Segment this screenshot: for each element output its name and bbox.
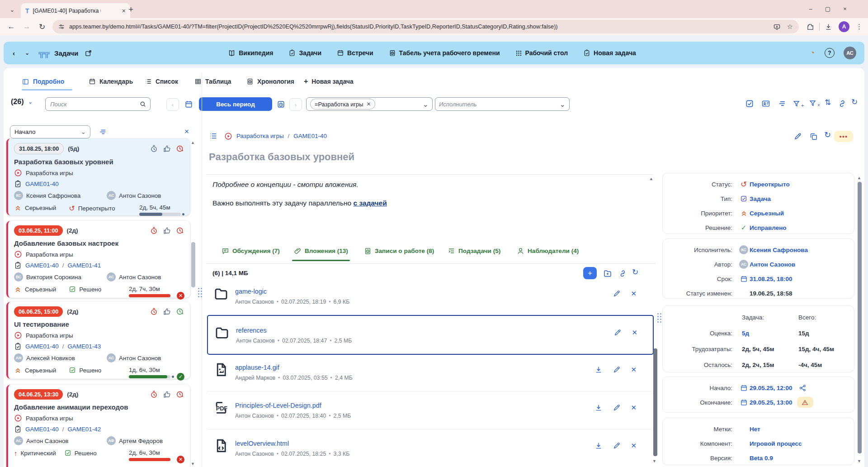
add-folder-icon[interactable] <box>603 269 612 278</box>
close-sidebar-icon[interactable]: × <box>184 127 189 136</box>
delete-icon[interactable]: ✕ <box>631 404 637 412</box>
attachment-name-link[interactable]: applause-14.gif <box>235 364 279 371</box>
tab-worklog[interactable]: Записи о работе (8) <box>364 247 434 255</box>
progress-track[interactable] <box>129 375 170 378</box>
assignee-filter-combo[interactable]: Исполнитель ⌄ <box>435 97 570 111</box>
tab-search-button[interactable]: ⌄ <box>6 4 18 15</box>
assignee[interactable]: КСКсения Сафронова <box>14 191 80 200</box>
details-scroll-up[interactable]: ▲ <box>857 176 861 180</box>
attachment-name-link[interactable]: levelOverview.html <box>235 440 289 447</box>
count-dropdown-icon[interactable]: ⌄ <box>28 99 32 105</box>
estimate-task[interactable]: 5д <box>742 330 798 337</box>
priority[interactable]: Серьезный <box>14 367 56 374</box>
tab-close-icon[interactable]: × <box>122 7 126 14</box>
type-value[interactable]: Задача <box>750 195 771 202</box>
task-code-link[interactable]: GAME01-42 <box>67 426 101 433</box>
main-scroll-up[interactable]: ▲ <box>649 176 653 181</box>
clear-filter-icon[interactable]: × <box>809 99 820 108</box>
search-input[interactable] <box>49 100 139 108</box>
tab-subtasks[interactable]: Подзадачи (5) <box>448 247 500 255</box>
sidebar-resize-handle[interactable] <box>198 288 203 297</box>
task-code-link[interactable]: GAME01-43 <box>67 343 101 350</box>
install-app-icon[interactable] <box>773 23 781 31</box>
thumbs-up-icon[interactable] <box>163 307 171 316</box>
download-icon[interactable] <box>594 366 603 374</box>
stopwatch-icon[interactable] <box>150 390 158 399</box>
browser-tab[interactable]: Т [GAME01-40] Разработка базо × <box>21 3 130 18</box>
tab-calendar[interactable]: Календарь <box>89 72 133 91</box>
thumbs-up-icon[interactable] <box>163 144 171 153</box>
component-value[interactable]: Игровой процесс <box>750 440 802 447</box>
tags-value[interactable]: Нет <box>750 426 760 433</box>
period-button[interactable]: Весь период <box>199 97 272 111</box>
progress-track[interactable] <box>129 458 170 461</box>
nav-item-tasks[interactable]: Задачи <box>288 49 321 57</box>
tab-table[interactable]: Таблица <box>194 72 231 91</box>
details-scrollbar[interactable] <box>858 182 862 453</box>
reload-button[interactable]: ↻ <box>34 22 50 32</box>
nav-item-desktop[interactable]: Рабочий стол <box>515 49 568 57</box>
status[interactable]: Решено <box>69 367 101 374</box>
sidebar-scrollbar[interactable] <box>191 242 195 287</box>
edit-icon[interactable] <box>613 366 621 374</box>
refresh-task-icon[interactable]: ↻ <box>824 130 831 140</box>
sort-select[interactable]: Начало ⌄ <box>10 125 90 138</box>
details-resize-handle[interactable] <box>657 313 662 323</box>
delete-icon[interactable]: ✕ <box>631 366 637 374</box>
nav-item-wikipedia[interactable]: Википедия <box>228 49 273 57</box>
unlink-icon[interactable] <box>838 99 847 108</box>
attachment-name-link[interactable]: game-logic <box>235 288 267 295</box>
edit-icon[interactable] <box>613 442 621 450</box>
resolution-value[interactable]: Исправлено <box>750 224 787 231</box>
extensions-icon[interactable] <box>807 23 814 31</box>
author-value[interactable]: Антон Сазонов <box>750 261 795 268</box>
chip-remove-icon[interactable]: ✕ <box>366 101 371 107</box>
select-tasks-icon[interactable] <box>745 99 754 108</box>
project-name[interactable]: Разработка игры <box>26 170 73 176</box>
url-text[interactable]: apps.teamer.by/demo.html#/Tasks/GAME01-4… <box>69 24 770 30</box>
notifications-icon[interactable]: ◔ <box>810 49 815 57</box>
breadcrumb-project-link[interactable]: Разработка игры <box>236 133 284 139</box>
assignee[interactable]: АСАнтон Сазонов <box>14 436 68 445</box>
edit-icon[interactable] <box>613 404 621 412</box>
assignee-card-icon[interactable] <box>761 99 770 108</box>
project-name[interactable]: Разработка игры <box>26 251 73 258</box>
forward-button[interactable]: → <box>19 22 34 31</box>
end-value[interactable]: 29.05.25, 13:00 <box>750 399 793 406</box>
sidebar-scroll-up[interactable]: ▲ <box>191 140 195 145</box>
period-clock-icon[interactable] <box>277 100 285 109</box>
overdue-clock-icon[interactable] <box>176 390 184 399</box>
copy-task-icon[interactable] <box>809 132 818 141</box>
project-name[interactable]: Разработка игры <box>26 332 73 339</box>
tab-attachments[interactable]: Вложения (13) <box>294 247 348 255</box>
attachment-row[interactable]: Principles-of-Level-Design.pdf Антон Саз… <box>207 391 652 429</box>
refresh-list-icon[interactable]: ↻ <box>851 97 858 107</box>
thumbs-up-icon[interactable] <box>163 226 171 235</box>
task-card[interactable]: 31.08.25, 18:00 (5д) Разработка базовых … <box>6 138 190 215</box>
status[interactable]: ↺Переоткрыто <box>69 204 115 213</box>
bookmark-star-icon[interactable]: ☆ <box>787 23 793 31</box>
progress-track[interactable] <box>129 294 170 297</box>
status[interactable]: Решено <box>64 449 97 457</box>
on-time-clock-icon[interactable] <box>176 307 184 316</box>
edit-icon[interactable] <box>613 290 621 298</box>
omnibox[interactable]: apps.teamer.by/demo.html#/Tasks/GAME01-4… <box>52 20 799 33</box>
status-value[interactable]: Переоткрыто <box>750 181 790 188</box>
main-scrollbar[interactable] <box>653 348 657 456</box>
author[interactable]: АСАнтон Сазонов <box>107 272 184 281</box>
due-value[interactable]: 31.08.25, 18:00 <box>750 276 793 282</box>
browser-menu-icon[interactable]: ⋮ <box>856 23 863 31</box>
tab-timeline[interactable]: Хронология <box>246 72 294 91</box>
author[interactable]: АСАнтон Сазонов <box>107 191 184 200</box>
external-window-icon[interactable] <box>85 49 92 57</box>
task-card[interactable]: 04.06.25, 13:30 (2д) Добавление анимации… <box>6 385 190 467</box>
combo-chevron-icon[interactable]: ⌄ <box>560 100 566 109</box>
priority[interactable]: Серьезный <box>14 286 56 293</box>
calendar-filter-icon[interactable] <box>184 100 193 109</box>
attachment-row[interactable]: game-logic Антон Сазонов02.07.2025, 18:1… <box>207 277 652 315</box>
download-icon[interactable] <box>594 442 603 450</box>
details-scroll-down[interactable]: ▼ <box>857 459 861 463</box>
refresh-attachments-icon[interactable]: ↻ <box>632 267 638 277</box>
progress-track[interactable] <box>139 213 181 216</box>
nav-item-timesheet[interactable]: Табель учета рабочего времени <box>389 49 500 57</box>
